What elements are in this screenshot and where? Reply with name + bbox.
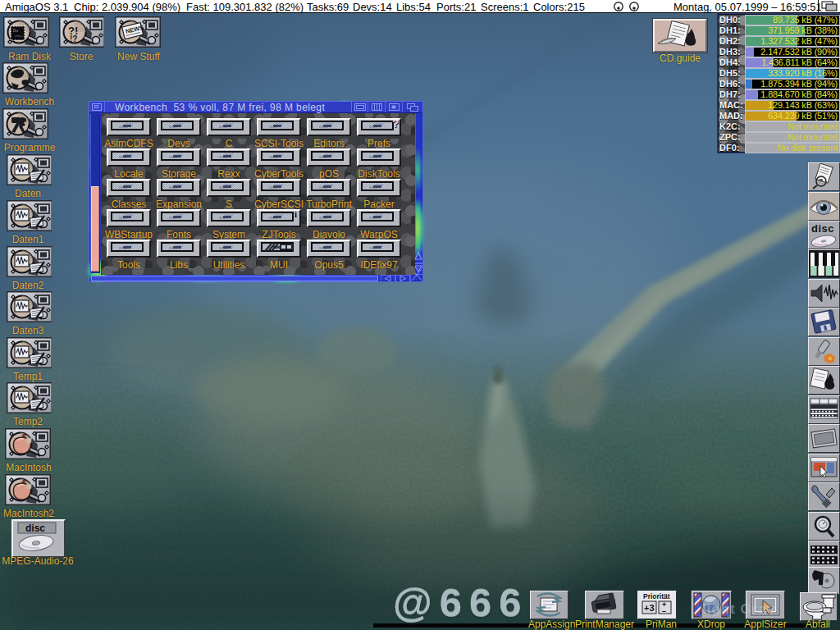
svg-text:Priorität: Priorität	[643, 592, 670, 600]
svg-text:–: –	[662, 607, 666, 615]
svg-text:disc: disc	[25, 523, 45, 534]
svg-text:D»: D»	[13, 28, 19, 34]
svg-text:disc: disc	[811, 222, 834, 235]
svg-text:!?: !?	[70, 34, 77, 43]
svg-text:+3: +3	[644, 603, 655, 613]
svg-text:8HD2: 8HD2	[15, 34, 23, 38]
